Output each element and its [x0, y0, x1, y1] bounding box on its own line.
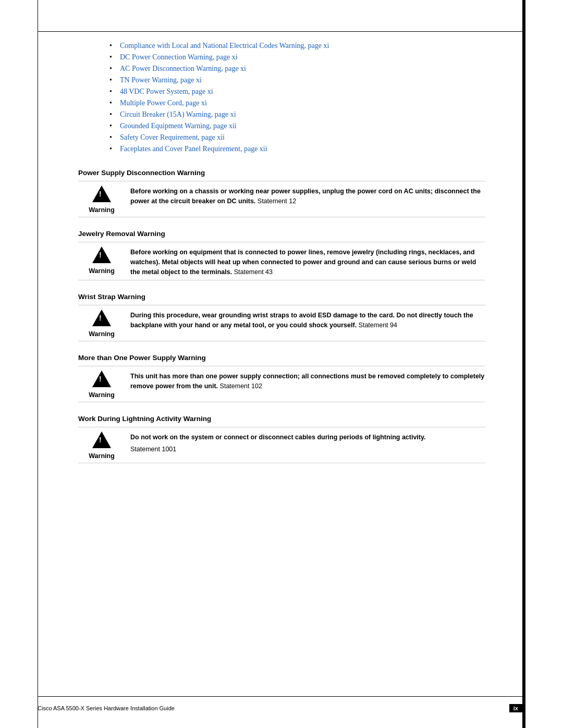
border-right	[522, 0, 525, 728]
warning-block-5: Warning Do not work on the system or con…	[78, 427, 485, 463]
warning-statement-5: Statement 1001	[130, 445, 485, 454]
list-item[interactable]: 48 VDC Power System, page xi	[109, 88, 485, 96]
warning-bold-text-4: This unit has more than one power supply…	[130, 373, 484, 390]
toc-link-4[interactable]: TN Power Warning, page xi	[120, 76, 202, 84]
warning-block-3: Warning During this procedure, wear grou…	[78, 305, 485, 341]
list-item[interactable]: Grounded Equipment Warning, page xii	[109, 122, 485, 130]
toc-link-1[interactable]: Compliance with Local and National Elect…	[120, 42, 329, 50]
page-content: Compliance with Local and National Elect…	[78, 31, 485, 463]
warning-text-5: Do not work on the system or connect or …	[125, 430, 485, 454]
warning-triangle-icon-2	[92, 246, 111, 263]
section-wrist-strap: Wrist Strap Warning Warning During this …	[78, 293, 485, 341]
warning-normal-text-3: Statement 94	[357, 322, 397, 329]
warning-icon-cell-1: Warning	[78, 184, 125, 214]
list-item[interactable]: AC Power Disconnection Warning, page xi	[109, 65, 485, 73]
toc-link-5[interactable]: 48 VDC Power System, page xi	[120, 88, 213, 95]
warning-label-3: Warning	[89, 330, 115, 338]
section-heading-3: Wrist Strap Warning	[78, 293, 485, 301]
list-item[interactable]: Multiple Power Cord, page xi	[109, 99, 485, 107]
warning-text-2: Before working on equipment that is conn…	[125, 245, 485, 277]
warning-label-2: Warning	[89, 267, 115, 275]
toc-link-7[interactable]: Circuit Breaker (15A) Warning, page xi	[120, 110, 236, 118]
page-container: Compliance with Local and National Elect…	[0, 0, 563, 728]
warning-bold-text-2: Before working on equipment that is conn…	[130, 249, 476, 276]
border-top	[38, 31, 525, 32]
section-power-supply: Power Supply Disconnection Warning Warni…	[78, 169, 485, 217]
section-heading-2: Jewelry Removal Warning	[78, 230, 485, 238]
warning-block-1: Warning Before working on a chassis or w…	[78, 181, 485, 217]
warning-bold-text-1: Before working on a chassis or working n…	[130, 188, 481, 205]
toc-bullet-list: Compliance with Local and National Elect…	[109, 42, 485, 153]
list-item[interactable]: Faceplates and Cover Panel Requirement, …	[109, 145, 485, 153]
warning-triangle-icon-4	[92, 371, 111, 387]
warning-text-4: This unit has more than one power supply…	[125, 369, 485, 391]
list-item[interactable]: Circuit Breaker (15A) Warning, page xi	[109, 110, 485, 119]
footer-title: Cisco ASA 5500-X Series Hardware Install…	[38, 705, 175, 711]
section-heading-5: Work During Lightning Activity Warning	[78, 415, 485, 423]
warning-icon-cell-2: Warning	[78, 245, 125, 275]
border-left	[38, 0, 38, 728]
warning-icon-cell-4: Warning	[78, 369, 125, 399]
warning-triangle-icon-1	[92, 186, 111, 202]
warning-icon-cell-5: Warning	[78, 430, 125, 460]
list-item[interactable]: Compliance with Local and National Elect…	[109, 42, 485, 50]
footer-page-number: ix	[509, 704, 522, 712]
section-more-power: More than One Power Supply Warning Warni…	[78, 354, 485, 402]
section-heading-1: Power Supply Disconnection Warning	[78, 169, 485, 177]
warning-label-5: Warning	[89, 452, 115, 460]
warning-block-4: Warning This unit has more than one powe…	[78, 366, 485, 402]
section-lightning: Work During Lightning Activity Warning W…	[78, 415, 485, 463]
warning-text-3: During this procedure, wear grounding wr…	[125, 309, 485, 330]
list-item[interactable]: TN Power Warning, page xi	[109, 76, 485, 84]
warning-normal-text-1: Statement 12	[255, 198, 296, 205]
toc-link-10[interactable]: Faceplates and Cover Panel Requirement, …	[120, 145, 267, 153]
toc-link-6[interactable]: Multiple Power Cord, page xi	[120, 99, 207, 107]
section-jewelry: Jewelry Removal Warning Warning Before w…	[78, 230, 485, 280]
warning-label-1: Warning	[89, 206, 115, 214]
warning-icon-cell-3: Warning	[78, 309, 125, 338]
warning-bold-text-3: During this procedure, wear grounding wr…	[130, 312, 473, 329]
toc-link-2[interactable]: DC Power Connection Warning, page xi	[120, 53, 238, 61]
border-bottom	[38, 696, 525, 697]
page-footer: Cisco ASA 5500-X Series Hardware Install…	[38, 704, 522, 712]
warning-block-2: Warning Before working on equipment that…	[78, 242, 485, 280]
toc-link-9[interactable]: Safety Cover Requirement, page xii	[120, 133, 225, 141]
toc-link-8[interactable]: Grounded Equipment Warning, page xii	[120, 122, 237, 130]
warning-label-4: Warning	[89, 391, 115, 399]
warning-text-1: Before working on a chassis or working n…	[125, 184, 485, 206]
warning-normal-text-4: Statement 102	[218, 382, 262, 390]
list-item[interactable]: Safety Cover Requirement, page xii	[109, 133, 485, 142]
toc-link-3[interactable]: AC Power Disconnection Warning, page xi	[120, 65, 246, 72]
warning-triangle-icon-5	[92, 431, 111, 448]
warning-triangle-icon-3	[92, 310, 111, 326]
list-item[interactable]: DC Power Connection Warning, page xi	[109, 53, 485, 61]
warning-normal-text-2: Statement 43	[232, 268, 273, 276]
section-heading-4: More than One Power Supply Warning	[78, 354, 485, 362]
warning-bold-text-5: Do not work on the system or connect or …	[130, 434, 426, 441]
